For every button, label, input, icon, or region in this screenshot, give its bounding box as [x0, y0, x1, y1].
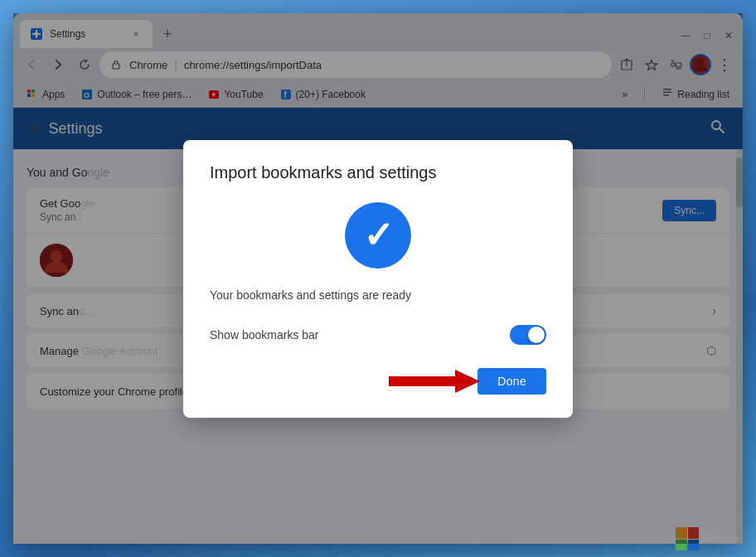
bookmarks-bar-toggle[interactable]: [510, 325, 546, 345]
page-content: ≡ Settings You and Google Get Google: [13, 108, 743, 544]
toggle-knob: [528, 327, 545, 343]
import-bookmarks-modal: Import bookmarks and settings ✓ Your boo…: [183, 140, 573, 418]
ready-text: Your bookmarks and settings are ready: [210, 288, 546, 302]
checkmark-icon: ✓: [363, 217, 394, 254]
modal-footer: Done: [210, 368, 546, 395]
done-button[interactable]: Done: [477, 368, 546, 395]
success-check-circle: ✓: [345, 202, 411, 269]
desktop: Settings × + — □ ✕: [0, 0, 756, 557]
red-arrow-icon: [389, 365, 480, 398]
modal-overlay: Import bookmarks and settings ✓ Your boo…: [13, 108, 743, 544]
bookmarks-bar-toggle-row: Show bookmarks bar: [210, 318, 546, 351]
browser-window: Settings × + — □ ✕: [13, 13, 743, 544]
toggle-label: Show bookmarks bar: [210, 328, 319, 341]
modal-title: Import bookmarks and settings: [210, 163, 546, 182]
red-arrow-container: [389, 365, 480, 398]
svg-marker-24: [389, 370, 480, 393]
